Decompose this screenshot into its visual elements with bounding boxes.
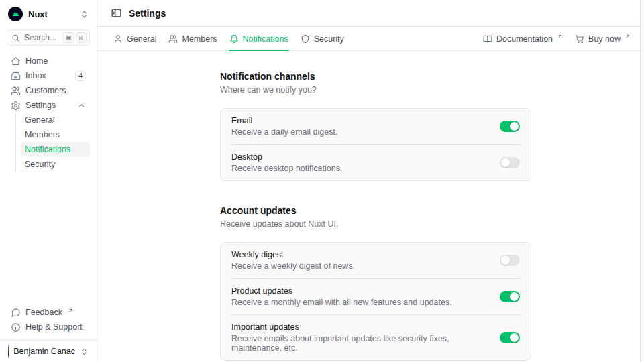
help-support-link[interactable]: Help & Support [7,320,90,335]
panel-left-close-icon [111,7,122,19]
scrollbar-track[interactable] [640,0,644,362]
important-updates-toggle[interactable] [500,332,520,343]
home-icon [11,56,21,66]
search-placeholder: Search... [24,33,56,42]
tab-notifications[interactable]: Notifications [229,27,289,50]
sidebar-footer: Feedback Help & Support [0,305,97,340]
sidebar-nav: Home Inbox 4 Customers Settings General … [0,46,97,172]
desktop-toggle[interactable] [500,157,520,168]
external-link-icon [625,34,631,39]
inbox-count-badge: 4 [75,71,86,81]
settings-tab-bar: General Members Notifications Security D… [97,27,644,51]
user-menu[interactable]: Benjamin Canac [0,340,97,362]
sidebar-item-settings[interactable]: Settings [7,98,90,113]
speech-bubble-icon [11,308,21,318]
users-icon [168,34,178,44]
settings-card: Email Receive a daily email digest. Desk… [220,108,531,181]
email-toggle[interactable] [500,121,520,132]
gear-icon [11,101,21,111]
documentation-link[interactable]: Documentation [483,34,563,44]
search-icon [11,34,20,42]
sidebar-item-settings-security[interactable]: Security [21,157,90,172]
setting-row-product-updates: Product updates Receive a monthly email … [231,278,520,314]
bell-icon [229,34,239,44]
user-name: Benjamin Canac [13,347,75,356]
users-icon [11,86,21,96]
section-title: Account updates [220,205,531,216]
settings-card: Weekly digest Receive a weekly digest of… [220,242,531,361]
tab-general[interactable]: General [113,27,157,50]
notification-channels-section: Notification channels Where can we notif… [220,71,531,181]
user-icon [113,34,123,44]
feedback-link[interactable]: Feedback [7,305,90,320]
sidebar-item-settings-general[interactable]: General [21,113,90,127]
sidebar-item-inbox[interactable]: Inbox 4 [7,68,90,83]
brand-name: Nuxt [28,9,48,19]
shopping-cart-icon [575,34,584,44]
page-header: Settings [97,0,644,27]
shield-icon [301,34,310,44]
setting-row-desktop: Desktop Receive desktop notifications. [231,144,520,180]
setting-row-important-updates: Important updates Receive emails about i… [231,314,520,360]
page-title: Settings [129,8,166,19]
external-link-icon [557,34,563,39]
product-updates-toggle[interactable] [500,291,520,302]
setting-row-email: Email Receive a daily email digest. [231,109,520,144]
info-circle-icon [11,322,21,333]
main-panel: Settings General Members Notifications S… [97,0,644,362]
notifications-settings-content: Notification channels Where can we notif… [97,51,644,362]
avatar [8,345,9,358]
section-subtitle: Receive updates about Nuxt UI. [220,219,531,229]
inbox-icon [11,71,21,81]
external-link-icon [68,308,73,313]
sidebar-item-home[interactable]: Home [7,54,90,68]
buy-now-button[interactable]: Buy now [575,34,631,44]
settings-subnav: General Members Notifications Security [15,113,90,172]
kbd-k: K [76,32,87,43]
kbd-cmd: ⌘ [63,32,75,43]
section-title: Notification channels [220,71,531,82]
section-subtitle: Where can we notify you? [220,85,531,95]
workspace-switcher[interactable]: Nuxt [7,6,90,22]
account-updates-section: Account updates Receive updates about Nu… [220,205,531,361]
tab-security[interactable]: Security [300,27,345,50]
sidebar-item-settings-members[interactable]: Members [21,127,90,142]
weekly-digest-toggle[interactable] [500,255,520,266]
nuxt-logo-icon [8,7,23,21]
sidebar: Nuxt Search... ⌘ K Home Inbox 4 Customer… [0,0,97,362]
search-shortcut: ⌘ K [63,32,87,43]
chevrons-up-down-icon [80,347,89,356]
search-input[interactable]: Search... ⌘ K [7,29,90,46]
setting-row-weekly-digest: Weekly digest Receive a weekly digest of… [231,243,520,278]
collapse-sidebar-button[interactable] [111,7,122,19]
sidebar-item-settings-notifications[interactable]: Notifications [21,142,90,157]
book-open-icon [483,34,492,44]
toolbar: Documentation Buy now [483,27,631,50]
tab-members[interactable]: Members [168,27,217,50]
chevron-up-icon [77,101,86,110]
chevrons-up-down-icon [80,10,89,19]
sidebar-item-customers[interactable]: Customers [7,83,90,98]
